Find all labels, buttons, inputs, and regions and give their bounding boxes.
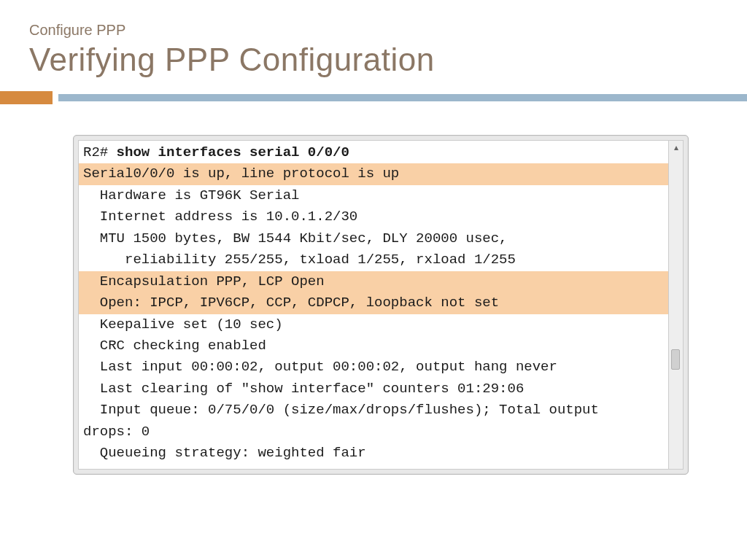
scroll-thumb[interactable] xyxy=(671,349,680,370)
divider-bar xyxy=(58,94,747,101)
scroll-track[interactable] xyxy=(669,154,683,469)
command: show interfaces serial 0/0/0 xyxy=(117,144,349,160)
prompt: R2# xyxy=(83,144,117,160)
output-line: reliability 255/255, txload 1/255, rxloa… xyxy=(79,249,668,271)
terminal-window: R2# show interfaces serial 0/0/0 Serial0… xyxy=(73,135,689,475)
output-line: Queueing strategy: weighted fair xyxy=(79,443,668,464)
output-line: Serial0/0/0 is up, line protocol is up xyxy=(79,163,668,184)
output-line: Internet address is 10.0.1.2/30 xyxy=(79,206,668,228)
output-line: Last input 00:00:02, output 00:00:02, ou… xyxy=(79,357,668,378)
output-line: Encapsulation PPP, LCP Open xyxy=(79,271,668,292)
output-line: Last clearing of "show interface" counte… xyxy=(79,378,668,400)
output-line: Input queue: 0/75/0/0 (size/max/drops/fl… xyxy=(79,400,668,421)
output-line: Hardware is GT96K Serial xyxy=(79,185,668,206)
scroll-up-icon[interactable]: ▴ xyxy=(674,141,678,154)
terminal-output: R2# show interfaces serial 0/0/0 Serial0… xyxy=(78,140,669,470)
output-line: CRC checking enabled xyxy=(79,335,668,357)
slide-subtitle: Configure PPP xyxy=(29,22,718,39)
output-line: MTU 1500 bytes, BW 1544 Kbit/sec, DLY 20… xyxy=(79,228,668,249)
divider-accent xyxy=(0,91,53,104)
slide-title: Verifying PPP Configuration xyxy=(29,42,718,78)
command-line: R2# show interfaces serial 0/0/0 xyxy=(79,142,668,163)
output-line: Open: IPCP, IPV6CP, CCP, CDPCP, loopback… xyxy=(79,292,668,314)
output-line: Keepalive set (10 sec) xyxy=(79,314,668,335)
scrollbar[interactable]: ▴ xyxy=(669,140,684,470)
output-line: drops: 0 xyxy=(79,421,668,443)
divider xyxy=(0,91,747,104)
